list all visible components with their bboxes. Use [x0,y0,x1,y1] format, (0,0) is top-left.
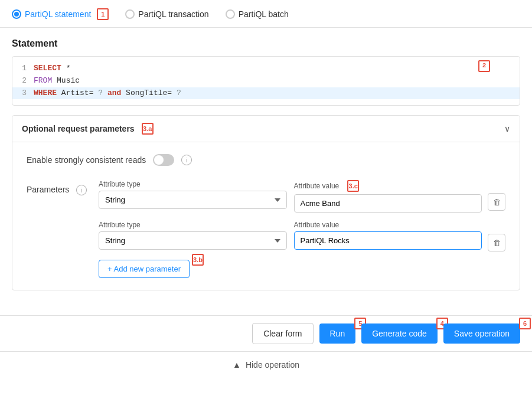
clear-form-button[interactable]: Clear form [252,323,313,344]
main-content: Statement 1 SELECT * 2 FROM Music 3 WHER… [0,28,532,311]
tab-transaction-label: PartiQL transaction [138,9,208,19]
param-type-group-1: Attribute type String [99,180,286,213]
radio-statement [12,9,21,19]
optional-params-section: Optional request parameters 3.a ∨ Enable… [12,115,520,290]
param-row-1: Attribute type String Attribute value 3.… [99,180,505,213]
chevron-down-icon: ∨ [504,124,510,133]
radio-transaction [125,9,135,19]
tab-batch-label: PartiQL batch [239,9,289,19]
generate-code-button[interactable]: Generate code [361,323,438,344]
trash-icon-1: 🗑 [493,198,501,207]
clear-form-wrap: Clear form [252,323,313,344]
parameters-label-text: Parameters [27,185,69,194]
code-line-2: 2 FROM Music [19,75,513,87]
delete-param-2-button[interactable]: 🗑 [488,234,505,251]
hide-operation-label: Hide operation [246,360,299,370]
code-line-3: 3 WHERE Artist= ? and SongTitle= ? [12,87,520,100]
save-operation-button[interactable]: Save operation [443,323,520,344]
run-wrap: Run 5 [319,323,356,344]
add-param-button[interactable]: + Add new parameter [99,260,190,278]
attr-value-input-1[interactable] [294,194,482,213]
badge-save-operation: 6 [519,318,531,329]
run-button[interactable]: Run [319,323,356,344]
action-bar: Clear form Run 5 Generate code 4 Save op… [0,315,532,351]
triangle-up-icon: ▲ [233,360,241,370]
badge-optional-header: 3.a [142,123,154,135]
save-operation-wrap: Save operation 6 [443,323,520,344]
attr-type-select-2[interactable]: String [99,231,286,250]
trash-icon-2: 🗑 [493,238,501,247]
badge-add-param: 3.b [192,254,204,266]
add-param-label: + Add new parameter [107,264,181,273]
consistent-reads-info-icon[interactable]: i [181,155,192,165]
attr-value-label-1: Attribute value [294,182,340,190]
param-value-group-1: Attribute value 3.c [294,180,482,213]
tab-partiql-transaction[interactable]: PartiQL transaction [125,9,208,19]
consistent-reads-row: Enable strongly consistent reads i [27,154,505,166]
tab-partiql-batch[interactable]: PartiQL batch [226,9,289,19]
add-param-wrap: + Add new parameter 3.b [99,260,190,278]
optional-params-header[interactable]: Optional request parameters 3.a ∨ [12,116,520,142]
param-fields-1: Attribute type String Attribute value 3.… [99,180,482,213]
param-value-group-2: Attribute value [294,221,482,250]
badge-editor: 2 [478,60,490,72]
tab-partiql-statement[interactable]: PartiQL statement 1 [12,8,109,20]
param-type-group-2: Attribute type String [99,221,286,250]
optional-params-body: Enable strongly consistent reads i Param… [12,142,520,290]
badge-tab1: 1 [97,8,109,20]
attr-value-label-2: Attribute value [294,221,482,229]
parameters-info-icon[interactable]: i [76,185,87,195]
radio-batch [226,9,235,19]
tab-bar: PartiQL statement 1 PartiQL transaction … [0,0,532,28]
param-row-2: Attribute type String Attribute value [99,221,505,251]
generate-code-wrap: Generate code 4 [361,323,438,344]
tab-statement-label: PartiQL statement [25,9,91,19]
code-line-1: 1 SELECT * [19,63,513,75]
hide-operation[interactable]: ▲ Hide operation [0,351,532,378]
statement-section-title: Statement [12,38,520,49]
param-fields-2: Attribute type String Attribute value [99,221,482,250]
delete-param-1-button[interactable]: 🗑 [488,193,505,211]
attr-type-select-1[interactable]: String [99,191,286,209]
toggle-label: Enable strongly consistent reads [27,155,146,165]
optional-params-label: Optional request parameters [22,124,135,133]
attr-type-label-1: Attribute type [99,180,286,188]
consistent-reads-toggle[interactable] [153,154,174,166]
attr-value-input-2[interactable] [294,231,482,250]
parameters-content: Attribute type String Attribute value 3.… [99,180,505,278]
attr-type-label-2: Attribute type [99,221,286,229]
parameters-section: Parameters i Attribute type String [27,180,505,278]
code-editor[interactable]: 1 SELECT * 2 FROM Music 3 WHERE Artist= … [12,56,520,106]
badge-attr-value: 3.c [347,180,359,192]
